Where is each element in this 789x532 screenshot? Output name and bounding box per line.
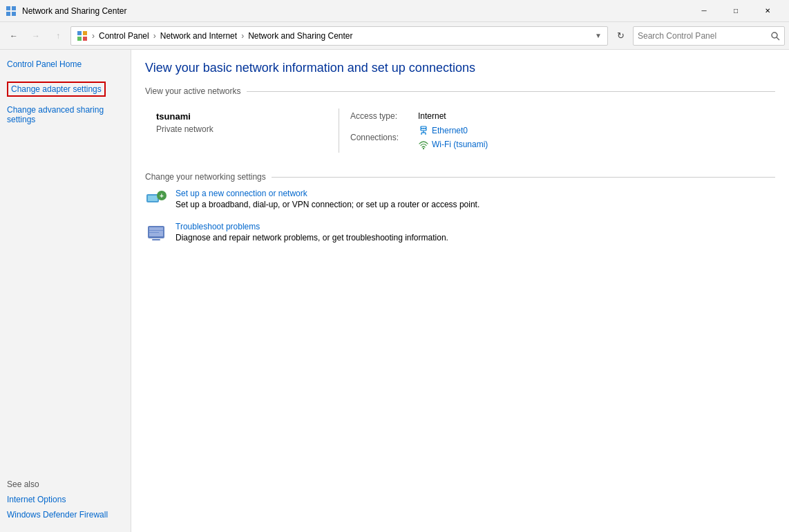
close-button[interactable]: ✕ <box>752 0 783 22</box>
troubleshoot-desc: Diagnose and repair network problems, or… <box>175 233 448 243</box>
svg-line-9 <box>777 37 779 40</box>
search-input[interactable] <box>638 31 768 41</box>
new-connection-icon-wrap: + <box>145 189 167 211</box>
svg-rect-11 <box>421 128 423 129</box>
new-connection-desc: Set up a broadband, dial-up, or VPN conn… <box>175 200 479 209</box>
window-icon <box>6 6 17 17</box>
svg-rect-0 <box>6 6 10 10</box>
path-control-panel[interactable]: Control Panel <box>99 31 149 41</box>
svg-rect-12 <box>423 128 424 129</box>
svg-rect-24 <box>149 227 163 236</box>
svg-rect-6 <box>77 37 82 41</box>
svg-rect-3 <box>12 12 16 16</box>
svg-rect-25 <box>152 239 160 240</box>
svg-text:+: + <box>160 192 164 200</box>
network-connections: Access type: Internet Connections: <box>339 103 499 158</box>
search-box <box>633 26 785 46</box>
network-name-section: tsunami Private network <box>145 103 339 158</box>
network-type: Private network <box>156 124 327 134</box>
sidebar-firewall[interactable]: Windows Defender Firewall <box>7 509 124 521</box>
new-connection-icon: + <box>145 189 167 211</box>
svg-point-8 <box>772 32 777 38</box>
svg-rect-1 <box>12 6 16 10</box>
page-title: View your basic network information and … <box>145 61 775 75</box>
wifi-link[interactable]: Wi-Fi (tsunami) <box>432 140 488 149</box>
connections-label: Connections: <box>350 133 412 142</box>
svg-rect-13 <box>425 128 426 129</box>
network-name: tsunami <box>156 111 327 122</box>
path-network-sharing[interactable]: Network and Sharing Center <box>248 31 352 41</box>
section-divider-1 <box>247 91 775 92</box>
back-button[interactable]: ← <box>4 26 23 46</box>
minimize-button[interactable]: ─ <box>688 0 720 22</box>
path-dropdown-icon[interactable]: ▼ <box>595 32 602 39</box>
svg-rect-26 <box>149 230 163 231</box>
access-type-row: Access type: Internet <box>350 111 488 121</box>
troubleshoot-icon <box>145 222 167 244</box>
new-connection-link[interactable]: Set up a new connection or network <box>175 189 479 198</box>
wifi-icon <box>418 139 429 150</box>
troubleshoot-link[interactable]: Troubleshoot problems <box>175 222 448 231</box>
network-info-box: tsunami Private network Access type: Int… <box>145 103 775 158</box>
address-bar: ← → ↑ › Control Panel › Network and Inte… <box>0 22 789 50</box>
sidebar-change-adapter[interactable]: Change adapter settings <box>7 82 106 97</box>
main-layout: Control Panel Home Change adapter settin… <box>0 50 789 532</box>
up-button[interactable]: ↑ <box>48 26 68 46</box>
new-connection-text: Set up a new connection or network Set u… <box>175 189 479 209</box>
active-networks-label: View your active networks <box>145 86 241 96</box>
change-settings-header: Change your networking settings <box>145 172 775 182</box>
access-type-value: Internet <box>418 111 446 121</box>
sidebar: Control Panel Home Change adapter settin… <box>0 50 131 532</box>
ethernet-icon <box>418 125 429 136</box>
svg-rect-7 <box>83 37 87 41</box>
search-icon <box>770 31 780 41</box>
active-networks-header: View your active networks <box>145 86 775 96</box>
svg-rect-20 <box>148 196 158 201</box>
sidebar-change-sharing[interactable]: Change advanced sharing settings <box>7 104 124 126</box>
connections-row: Connections: <box>350 125 488 150</box>
troubleshoot-icon-wrap <box>145 222 167 244</box>
sidebar-control-panel-home[interactable]: Control Panel Home <box>7 58 124 70</box>
access-type-label: Access type: <box>350 111 412 121</box>
section-divider-2 <box>272 177 775 178</box>
change-settings-label: Change your networking settings <box>145 172 266 182</box>
refresh-button[interactable]: ↻ <box>611 26 630 46</box>
troubleshoot-item: Troubleshoot problems Diagnose and repai… <box>145 222 775 244</box>
sidebar-internet-options[interactable]: Internet Options <box>7 493 124 506</box>
ethernet-link[interactable]: Ethernet0 <box>432 126 468 135</box>
svg-rect-4 <box>77 31 82 35</box>
svg-rect-2 <box>6 12 10 16</box>
control-panel-icon <box>77 30 88 41</box>
settings-list: + Set up a new connection or network Set… <box>145 189 775 244</box>
troubleshoot-text: Troubleshoot problems Diagnose and repai… <box>175 222 448 243</box>
window-controls: ─ □ ✕ <box>688 0 783 22</box>
svg-point-18 <box>423 148 424 149</box>
path-network-internet[interactable]: Network and Internet <box>160 31 237 41</box>
new-connection-item: + Set up a new connection or network Set… <box>145 189 775 211</box>
svg-rect-5 <box>83 31 87 35</box>
maximize-button[interactable]: □ <box>720 0 752 22</box>
see-also-title: See also <box>7 479 124 489</box>
content-area: View your basic network information and … <box>131 50 789 532</box>
svg-rect-27 <box>149 232 159 233</box>
forward-button[interactable]: → <box>26 26 46 46</box>
window-title: Network and Sharing Center <box>22 6 126 16</box>
address-path[interactable]: › Control Panel › Network and Internet ›… <box>70 26 608 46</box>
title-bar: Network and Sharing Center ─ □ ✕ <box>0 0 789 22</box>
